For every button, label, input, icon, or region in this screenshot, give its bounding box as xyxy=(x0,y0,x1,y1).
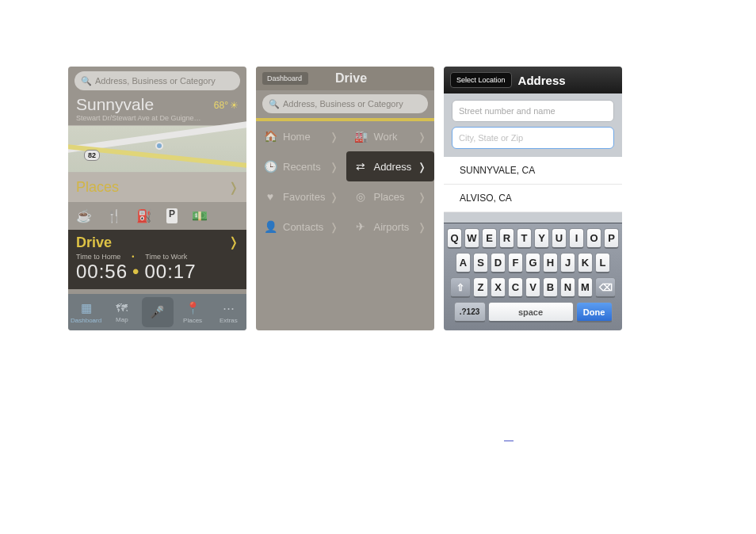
places-header[interactable]: Places ❭ xyxy=(68,173,246,202)
address-icon: ⇄ xyxy=(354,160,367,173)
chevron-right-icon: ❭ xyxy=(330,161,338,173)
key-m[interactable]: M xyxy=(578,277,593,298)
map-preview[interactable]: 82 xyxy=(68,125,246,173)
option-places[interactable]: ◎Places ❭ xyxy=(346,181,434,212)
key-k[interactable]: K xyxy=(578,253,593,273)
coffee-icon[interactable]: ☕ xyxy=(76,208,92,223)
key-d[interactable]: D xyxy=(491,253,506,273)
screen-address-entry: Select Location Address Street number an… xyxy=(444,67,622,330)
home-icon: 🏠 xyxy=(264,130,277,143)
places-category-row: ☕ 🍴 ⛽ P 💵 xyxy=(68,202,246,230)
key-i[interactable]: I xyxy=(569,228,584,249)
key-r[interactable]: R xyxy=(499,228,514,249)
current-location-dot xyxy=(155,142,163,150)
tab-voice[interactable]: 🎤 xyxy=(142,297,174,327)
atm-icon[interactable]: 💵 xyxy=(192,208,208,223)
route-shield: 82 xyxy=(84,150,100,161)
search-input[interactable]: 🔍 Address, Business or Category xyxy=(74,71,240,90)
key-j[interactable]: J xyxy=(560,253,575,273)
key-o[interactable]: O xyxy=(586,228,601,249)
suggestion-item[interactable]: ALVISO, CA xyxy=(444,185,622,212)
sun-icon: ☀ xyxy=(230,100,239,111)
key-e[interactable]: E xyxy=(482,228,497,249)
pin-icon: 📍 xyxy=(185,301,200,315)
key-u[interactable]: U xyxy=(552,228,567,249)
microphone-icon: 🎤 xyxy=(150,305,165,319)
key-t[interactable]: T xyxy=(517,228,532,249)
drive-panel[interactable]: Drive ❭ Time to Home • Time to Work 00:5… xyxy=(68,230,246,289)
key-a[interactable]: A xyxy=(456,253,471,273)
tab-dashboard[interactable]: ▦ Dashboard xyxy=(68,294,104,330)
back-button[interactable]: Select Location xyxy=(450,72,512,88)
nav-bar: Dashboard Drive xyxy=(256,67,434,90)
tab-places[interactable]: 📍 Places xyxy=(175,294,211,330)
key-x[interactable]: X xyxy=(491,277,506,298)
page-title: Address xyxy=(518,74,566,87)
chevron-right-icon: ❭ xyxy=(418,161,426,173)
time-work-value: 00:17 xyxy=(144,261,196,283)
option-home[interactable]: 🏠Home ❭ xyxy=(256,121,346,151)
heart-icon: ♥ xyxy=(264,190,277,203)
person-icon: 👤 xyxy=(264,220,277,233)
option-address[interactable]: ⇄Address ❭ xyxy=(346,151,434,181)
key-b[interactable]: B xyxy=(543,277,558,298)
time-home-value: 00:56 xyxy=(76,261,128,283)
weather-badge: 68° ☀ xyxy=(214,100,239,111)
parking-icon[interactable]: P xyxy=(166,208,178,223)
key-c[interactable]: C xyxy=(508,277,523,298)
dashboard-icon: ▦ xyxy=(81,301,92,315)
street-input[interactable]: Street number and name xyxy=(452,100,614,122)
key-space[interactable]: space xyxy=(488,302,574,322)
key-n[interactable]: N xyxy=(560,277,575,298)
tab-map[interactable]: 🗺 Map xyxy=(104,294,139,330)
chevron-right-icon: ❭ xyxy=(330,221,338,233)
work-icon: 🏭 xyxy=(354,130,367,143)
key-w[interactable]: W xyxy=(464,228,479,249)
key-f[interactable]: F xyxy=(508,253,523,273)
key-l[interactable]: L xyxy=(595,253,610,273)
city-input[interactable]: City, State or Zip xyxy=(452,127,614,149)
key-backspace[interactable]: ⌫ xyxy=(595,277,616,298)
restaurant-icon[interactable]: 🍴 xyxy=(106,208,122,223)
key-h[interactable]: H xyxy=(543,253,558,273)
chevron-right-icon: ❭ xyxy=(228,180,239,195)
chevron-right-icon: ❭ xyxy=(330,191,338,203)
chevron-right-icon: ❭ xyxy=(418,221,426,233)
key-v[interactable]: V xyxy=(525,277,540,298)
key-y[interactable]: Y xyxy=(534,228,549,249)
nav-bar: Select Location Address xyxy=(444,67,622,93)
option-recents[interactable]: 🕒Recents ❭ xyxy=(256,151,346,181)
key-s[interactable]: S xyxy=(473,253,488,273)
search-placeholder: Address, Business or Category xyxy=(95,76,216,86)
option-favorites[interactable]: ♥Favorites ❭ xyxy=(256,181,346,212)
decorative-mark xyxy=(504,441,514,441)
chevron-right-icon: ❭ xyxy=(228,235,239,251)
location-sub: Stewart Dr/Stewart Ave at De Guigne… xyxy=(76,114,239,122)
search-icon: 🔍 xyxy=(269,99,280,109)
key-z[interactable]: Z xyxy=(473,277,488,298)
option-work[interactable]: 🏭Work ❭ xyxy=(346,121,434,151)
drive-label: Drive xyxy=(76,235,112,251)
chevron-right-icon: ❭ xyxy=(418,191,426,203)
drive-options-grid: 🏠Home ❭ 🏭Work ❭ 🕒Recents ❭ ⇄Address ❭ ♥F… xyxy=(256,121,434,242)
search-icon: 🔍 xyxy=(81,76,92,86)
suggestion-list: SUNNYVALE, CA ALVISO, CA xyxy=(444,157,622,212)
gas-icon[interactable]: ⛽ xyxy=(136,208,152,223)
search-input[interactable]: 🔍 Address, Business or Category xyxy=(262,94,428,113)
map-icon: 🗺 xyxy=(116,301,128,315)
keyboard: QWERTYUIOP ASDFGHJKL ⇧ZXCVBNM⌫ .?123 spa… xyxy=(444,223,622,330)
key-shift[interactable]: ⇧ xyxy=(450,277,471,298)
key-q[interactable]: Q xyxy=(447,228,462,249)
tab-extras[interactable]: ⋯ Extras xyxy=(211,294,246,330)
key-g[interactable]: G xyxy=(525,253,540,273)
key-p[interactable]: P xyxy=(604,228,619,249)
time-work-label: Time to Work xyxy=(145,253,187,261)
places-label: Places xyxy=(76,179,119,196)
option-contacts[interactable]: 👤Contacts ❭ xyxy=(256,212,346,242)
key-numeric[interactable]: .?123 xyxy=(454,302,486,322)
back-button[interactable]: Dashboard xyxy=(262,72,308,85)
page-title: Drive xyxy=(319,71,428,86)
key-done[interactable]: Done xyxy=(576,302,613,322)
option-airports[interactable]: ✈Airports ❭ xyxy=(346,212,434,242)
suggestion-item[interactable]: SUNNYVALE, CA xyxy=(444,157,622,185)
